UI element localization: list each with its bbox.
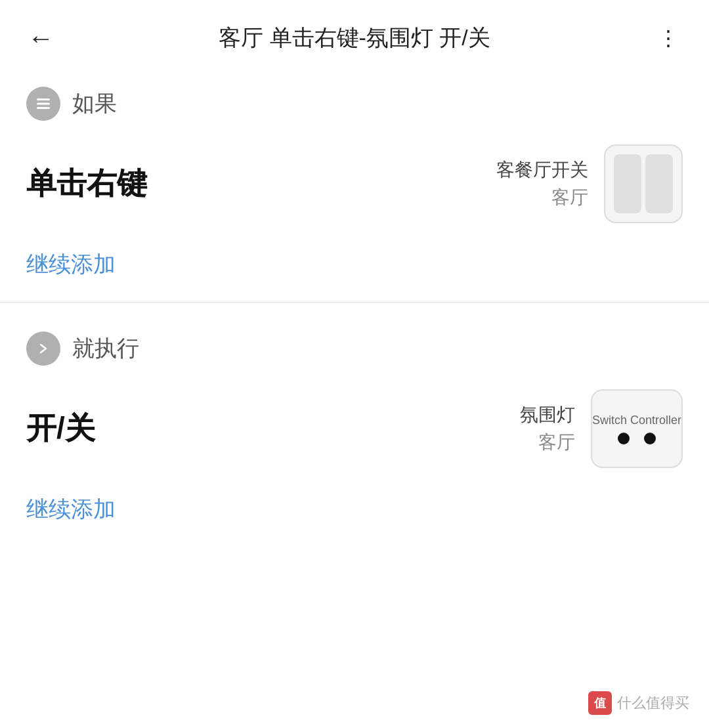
- then-icon: [26, 332, 60, 366]
- more-icon: ⋮: [658, 26, 679, 51]
- if-icon: [26, 87, 60, 121]
- watermark: 值 什么值得买: [588, 691, 689, 715]
- more-button[interactable]: ⋮: [649, 18, 688, 58]
- svg-rect-2: [37, 107, 50, 109]
- switch-device-icon: [604, 144, 683, 223]
- add-more-action-label: 继续添加: [26, 496, 116, 521]
- action-device-row: 氛围灯 客厅 Switch Controller: [520, 389, 683, 468]
- add-more-condition-label: 继续添加: [26, 251, 116, 276]
- app-header: ← 客厅 单击右键-氛围灯 开/关 ⋮: [0, 0, 709, 71]
- svg-rect-0: [37, 98, 50, 100]
- watermark-site-text: 什么值得买: [617, 693, 689, 713]
- back-arrow-icon: ←: [28, 25, 54, 51]
- back-button[interactable]: ←: [21, 18, 60, 58]
- watermark-logo-text: 值: [594, 695, 606, 711]
- then-label: 就执行: [72, 333, 139, 364]
- page-title: 客厅 单击右键-氛围灯 开/关: [60, 23, 649, 53]
- add-more-condition-button[interactable]: 继续添加: [0, 236, 709, 295]
- trigger-device-info: 客餐厅开关 客厅: [496, 158, 588, 210]
- action-name: 开/关: [26, 408, 95, 449]
- controller-dot-right: [644, 433, 656, 444]
- trigger-name: 单击右键: [26, 163, 147, 204]
- arrow-right-icon: [34, 339, 53, 358]
- section-divider: [0, 302, 709, 303]
- svg-rect-1: [37, 103, 50, 105]
- switch-panel-left: [614, 154, 641, 213]
- if-label: 如果: [72, 89, 117, 119]
- if-section-header: 如果: [0, 71, 709, 131]
- add-more-action-button[interactable]: 继续添加: [0, 481, 709, 540]
- action-device-info: 氛围灯 客厅: [520, 402, 575, 455]
- list-icon: [34, 95, 53, 113]
- watermark-logo: 值: [588, 691, 612, 715]
- action-device-location: 客厅: [538, 430, 575, 455]
- trigger-device-name: 客餐厅开关: [496, 158, 588, 182]
- switch-panels: [614, 154, 673, 213]
- action-device-name: 氛围灯: [520, 402, 575, 427]
- switch-controller-icon: Switch Controller: [591, 389, 683, 468]
- trigger-device-location: 客厅: [551, 185, 588, 210]
- trigger-block[interactable]: 单击右键 客餐厅开关 客厅: [0, 131, 709, 236]
- action-block[interactable]: 开/关 氛围灯 客厅 Switch Controller: [0, 376, 709, 481]
- controller-dots: [618, 433, 656, 444]
- switch-panel-right: [645, 154, 673, 213]
- then-section-header: 就执行: [0, 316, 709, 376]
- svg-point-3: [35, 341, 51, 356]
- trigger-device-row: 客餐厅开关 客厅: [496, 144, 683, 223]
- controller-dot-left: [618, 433, 630, 444]
- switch-controller-label: Switch Controller: [592, 414, 681, 427]
